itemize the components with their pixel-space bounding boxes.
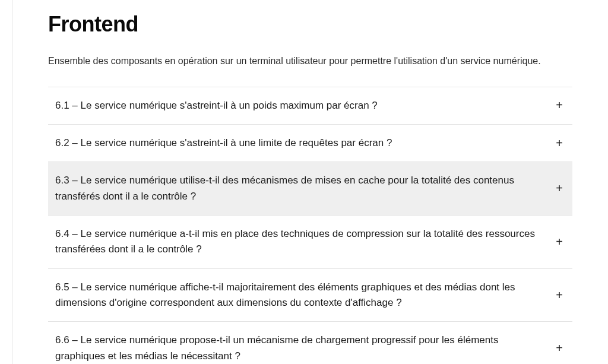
accordion-item[interactable]: 6.5 – Le service numérique affiche-t-il … — [48, 269, 572, 322]
accordion-item-label: 6.6 – Le service numérique propose-t-il … — [55, 333, 553, 364]
accordion-list: 6.1 – Le service numérique s'astreint-il… — [48, 87, 572, 364]
accordion-item[interactable]: 6.6 – Le service numérique propose-t-il … — [48, 322, 572, 364]
accordion-item-label: 6.3 – Le service numérique utilise-t-il … — [55, 173, 553, 204]
plus-icon: + — [553, 341, 565, 355]
accordion-item[interactable]: 6.4 – Le service numérique a-t-il mis en… — [48, 216, 572, 269]
page-description: Ensemble des composants en opération sur… — [48, 53, 572, 69]
accordion-item-label: 6.2 – Le service numérique s'astreint-il… — [55, 135, 406, 151]
plus-icon: + — [553, 182, 565, 195]
page-title: Frontend — [48, 12, 572, 37]
accordion-item[interactable]: 6.1 – Le service numérique s'astreint-il… — [48, 87, 572, 125]
plus-icon: + — [553, 235, 565, 249]
main-container: Frontend Ensemble des composants en opér… — [12, 0, 608, 364]
accordion-item-label: 6.1 – Le service numérique s'astreint-il… — [55, 98, 392, 113]
accordion-item[interactable]: 6.3 – Le service numérique utilise-t-il … — [48, 162, 572, 216]
plus-icon: + — [553, 137, 565, 150]
accordion-item-label: 6.4 – Le service numérique a-t-il mis en… — [55, 226, 553, 258]
accordion-item[interactable]: 6.2 – Le service numérique s'astreint-il… — [48, 125, 572, 162]
plus-icon: + — [553, 99, 565, 112]
accordion-item-label: 6.5 – Le service numérique affiche-t-il … — [55, 280, 553, 311]
plus-icon: + — [553, 289, 565, 302]
